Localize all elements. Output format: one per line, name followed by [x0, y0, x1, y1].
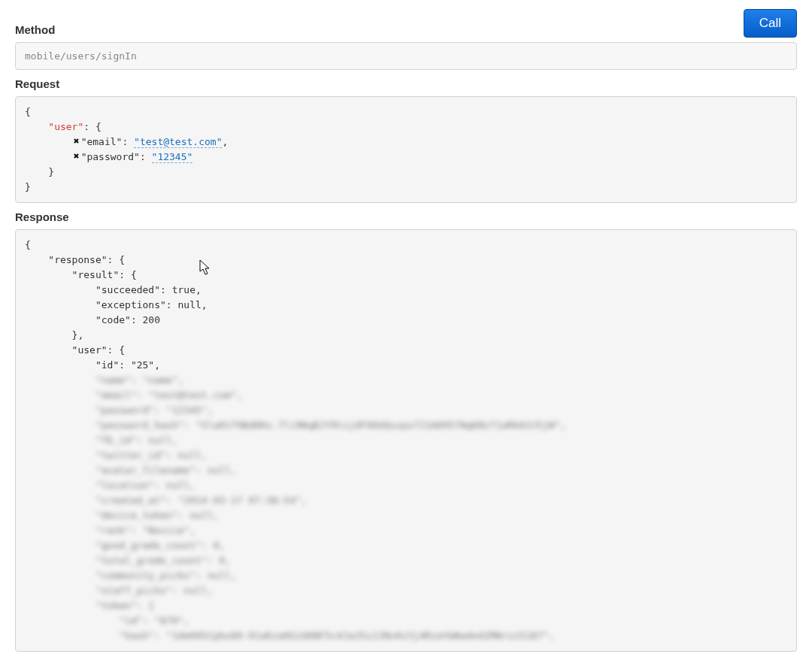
response-code-clear: { "response": { "result": { "succeeded":… [25, 238, 787, 373]
response-code-blurred: "name": "name", "email": "test@test.com"… [25, 373, 787, 643]
response-label: Response [15, 210, 797, 223]
request-field-value[interactable]: "test@test.com" [134, 136, 222, 148]
request-field-key: "email" [81, 136, 123, 147]
request-field-value[interactable]: "12345" [152, 151, 193, 163]
request-code: { "user": { ✖"email": "test@test.com", ✖… [25, 104, 787, 195]
request-label: Request [15, 77, 797, 90]
request-field-key: "password" [81, 151, 140, 162]
request-panel[interactable]: { "user": { ✖"email": "test@test.com", ✖… [15, 96, 797, 203]
remove-field-icon[interactable]: ✖ [72, 134, 81, 149]
method-label: Method [15, 23, 55, 36]
remove-field-icon[interactable]: ✖ [72, 149, 81, 164]
request-root-key: "user" [48, 121, 83, 132]
method-input[interactable]: mobile/users/signIn [15, 42, 797, 70]
call-button[interactable]: Call [744, 9, 797, 38]
response-panel[interactable]: { "response": { "result": { "succeeded":… [15, 229, 797, 652]
